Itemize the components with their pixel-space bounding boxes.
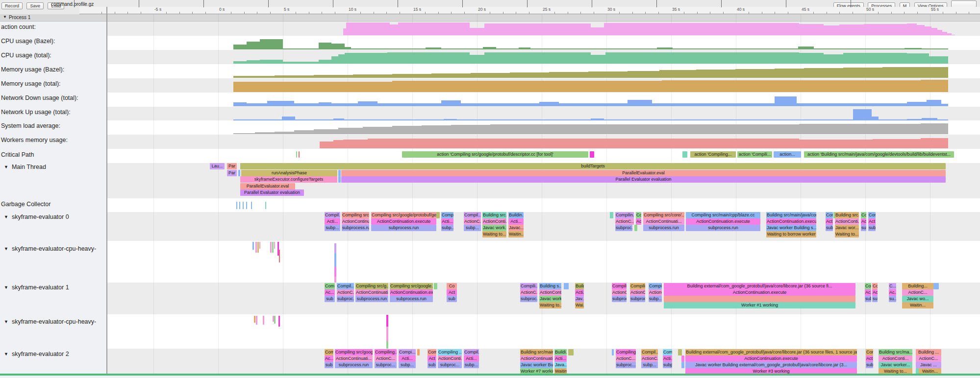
trace-event-bar[interactable]: ActionConti...	[539, 289, 561, 296]
trace-event-bar[interactable]: Waiting to...	[482, 231, 506, 237]
trace-event-bar[interactable]: ActionContinuation.execute	[766, 218, 816, 225]
trace-event-bar[interactable]: Compiling...	[616, 349, 636, 355]
trace-event-bar[interactable]	[634, 225, 637, 231]
trace-event-bar[interactable]: ActionC...	[520, 289, 537, 296]
trace-event-bar[interactable]: ActionContinuati...	[335, 355, 373, 362]
trace-event-bar[interactable]: Com	[325, 283, 335, 289]
trace-event-bar[interactable]	[590, 151, 594, 158]
trace-event-bar[interactable]	[434, 283, 437, 289]
counter-chart[interactable]	[107, 135, 980, 149]
trace-event-bar[interactable]: sub	[427, 362, 436, 368]
trace-event-bar[interactable]	[664, 296, 855, 302]
trace-event-tick[interactable]	[274, 316, 276, 324]
trace-event-bar[interactable]: ActionC...	[615, 218, 634, 225]
trace-event-bar[interactable]: Waitin...	[902, 302, 933, 308]
trace-event-bar[interactable]: sub	[861, 225, 866, 231]
trace-event-tick[interactable]	[257, 242, 259, 253]
trace-event-bar[interactable]: Compiling src/g...	[355, 283, 388, 289]
trace-event-bar[interactable]	[612, 349, 614, 355]
trace-event-bar[interactable]	[338, 176, 341, 183]
trace-event-bar[interactable]: sub	[872, 296, 878, 302]
trace-event-bar[interactable]: su...	[889, 296, 896, 302]
trace-event-bar[interactable]: sub	[447, 296, 457, 302]
trace-event-bar[interactable]: ActionC...	[649, 289, 662, 296]
trace-event-bar[interactable]: Compiling ...	[438, 349, 462, 355]
trace-event-tick[interactable]	[278, 316, 280, 327]
trace-event-bar[interactable]: ActionContinuation.execute	[686, 218, 760, 225]
trace-event-bar[interactable]: C...	[889, 283, 896, 289]
trace-event-bar[interactable]: Compil...	[649, 283, 662, 289]
trace-event-bar[interactable]: runAnalysisPhase	[241, 170, 337, 176]
trace-event-bar[interactable]: subprocess.run	[355, 296, 388, 302]
trace-event-bar[interactable]: Building src...	[482, 212, 506, 218]
trace-event-bar[interactable]: sub	[826, 225, 833, 231]
trace-event-bar[interactable]: subp...	[649, 296, 662, 302]
trace-event-bar[interactable]: Act	[447, 289, 457, 296]
trace-event-bar[interactable]: Act	[861, 218, 866, 225]
trace-event-bar[interactable]: subp...	[641, 362, 658, 368]
trace-event-bar[interactable]: Ac...	[865, 289, 871, 296]
counter-chart[interactable]	[107, 64, 980, 78]
trace-event-bar[interactable]: ActionContinuati...	[355, 289, 388, 296]
counter-chart[interactable]	[107, 50, 980, 64]
trace-event-bar[interactable]: Building src/main/java/com/go...	[766, 212, 816, 218]
trace-event-bar[interactable]: ActionC...	[641, 355, 658, 362]
trace-event-bar[interactable]: Compiling src/g...	[342, 212, 369, 218]
trace-event-tick[interactable]	[256, 316, 257, 325]
trace-event-bar[interactable]: Building src/main/jav...	[520, 349, 553, 355]
trace-event-bar[interactable]: action 'Compiling...	[690, 151, 736, 158]
trace-event-bar[interactable]: Compil...	[464, 212, 481, 218]
trace-event-bar[interactable]: Wai...	[575, 302, 584, 308]
trace-event-bar[interactable]: sub	[865, 296, 871, 302]
trace-event-bar[interactable]: Lau...	[210, 163, 225, 169]
trace-event-tick[interactable]	[263, 316, 264, 325]
trace-event-bar[interactable]: action 'Compiling src/google/protobuf/de…	[402, 151, 588, 158]
trace-event-tick[interactable]	[252, 242, 254, 250]
trace-event-bar[interactable]: Javac worker...	[539, 296, 561, 302]
gc-event-tick[interactable]	[246, 202, 247, 209]
trace-event-tick[interactable]	[254, 316, 255, 323]
trace-event-tick[interactable]	[386, 341, 388, 349]
trace-event-bar[interactable]: Compi...	[399, 349, 416, 355]
trace-event-bar[interactable]: Jav...	[575, 296, 584, 302]
trace-event-bar[interactable]: sub	[866, 362, 873, 368]
trace-event-bar[interactable]: Worker #1 working	[664, 302, 855, 308]
trace-event-tick[interactable]	[255, 242, 257, 253]
trace-event-bar[interactable]: Par	[227, 163, 237, 169]
gc-event-tick[interactable]	[239, 202, 240, 209]
trace-event-bar[interactable]	[296, 151, 297, 158]
trace-event-bar[interactable]: Com	[865, 283, 871, 289]
trace-event-bar[interactable]: Building src/ma...	[879, 349, 912, 355]
trace-event-bar[interactable]: Acti...	[508, 218, 524, 225]
trace-event-bar[interactable]: Ac...	[325, 289, 335, 296]
counter-chart[interactable]	[107, 22, 980, 36]
trace-event-bar[interactable]: Acti...	[554, 355, 567, 362]
trace-event-bar[interactable]: ActionC...	[464, 218, 481, 225]
trace-event-bar[interactable]: ActionC...	[375, 355, 397, 362]
counter-chart[interactable]	[107, 36, 980, 50]
trace-event-bar[interactable]: Parallel Evaluator evaluation	[341, 176, 946, 183]
trace-event-bar[interactable]: ActionC...	[612, 289, 627, 296]
trace-event-bar[interactable]: Acti...	[464, 355, 479, 362]
trace-event-bar[interactable]: Building src...	[835, 212, 859, 218]
trace-event-bar[interactable]: subproc...	[616, 362, 636, 368]
trace-event-bar[interactable]: Acti...	[663, 355, 672, 362]
trace-event-bar[interactable]: Compiling src/google...	[390, 283, 433, 289]
trace-event-bar[interactable]: ActionContinuati...	[520, 355, 553, 362]
trace-event-bar[interactable]: subproc...	[615, 225, 632, 231]
trace-event-bar[interactable]: ParallelEvaluator.eval	[341, 170, 946, 176]
trace-event-bar[interactable]: subp...	[325, 225, 340, 231]
thread-row-label[interactable]: ▼Main Thread	[4, 164, 106, 171]
trace-event-tick[interactable]	[272, 242, 274, 253]
trace-event-bar[interactable]: Co	[447, 283, 457, 289]
counter-chart[interactable]	[107, 93, 980, 107]
trace-event-bar[interactable]: Act	[866, 355, 873, 362]
trace-event-bar[interactable]: Compili...	[520, 283, 537, 289]
trace-event-bar[interactable]: ActionConti...	[482, 218, 506, 225]
trace-event-bar[interactable]: Compil...	[464, 349, 479, 355]
trace-event-bar[interactable]	[681, 355, 684, 362]
trace-event-bar[interactable]: Building external/com_google_protobuf/ja…	[685, 349, 857, 355]
trace-event-bar[interactable]: Waitin...	[508, 231, 524, 237]
trace-event-bar[interactable]	[568, 349, 574, 355]
trace-event-bar[interactable]: ActionConti...	[879, 355, 912, 362]
